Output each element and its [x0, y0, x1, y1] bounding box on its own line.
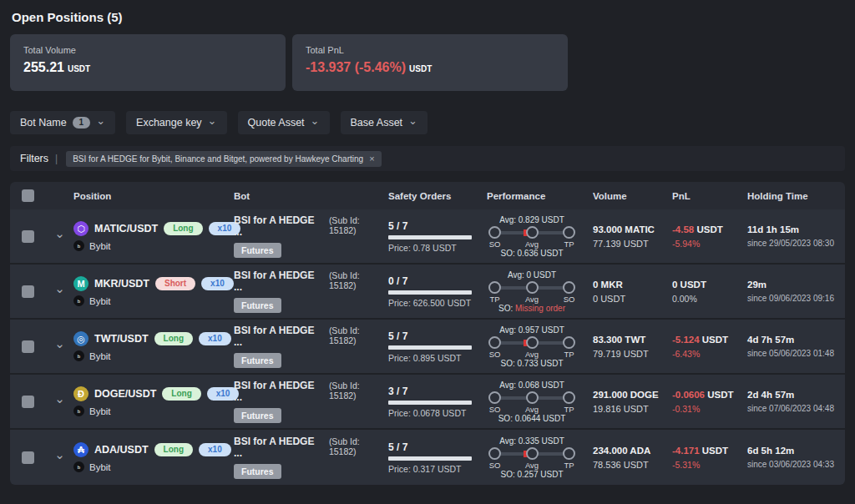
bot-cell: BSI for A HEDGE ... (Sub Id: 15182) Futu…: [234, 325, 388, 369]
select-all-checkbox[interactable]: [22, 189, 34, 202]
slider-left-label: SO: [489, 405, 501, 414]
total-volume-unit: USDT: [68, 64, 90, 73]
slider-stop-icon: [526, 336, 539, 349]
bot-name-filter-count: 1: [73, 117, 91, 129]
exchange-key-dropdown-label: Exchange key: [136, 117, 202, 129]
total-pnl-card: Total PnL -13.937 (-5.46%)USDT: [292, 34, 568, 91]
filters-label: Filters: [20, 153, 48, 164]
performance-cell: Avg: 0.957 USDT SO Avg TP SO: 0.733 USDT: [487, 325, 577, 368]
perf-bottom-value: 0.636 USDT: [517, 249, 563, 258]
volume-quote: 79.719 USDT: [593, 349, 672, 359]
table-row: ⌄ ⬡ MATIC/USDT Long x10 b Bybit BSI for …: [10, 209, 845, 265]
pnl-cell: -4.58 USDT -5.94%: [672, 224, 747, 249]
bot-name: BSI for A HEDGE ...: [234, 436, 324, 459]
exchange-key-dropdown[interactable]: Exchange key ⌄: [126, 111, 226, 134]
perf-bottom-value: 0.257 USDT: [517, 470, 563, 479]
volume-quote: 77.139 USDT: [593, 239, 672, 249]
close-icon[interactable]: ×: [369, 154, 374, 164]
slider-stop-icon: [526, 281, 539, 294]
performance-slider: SO Avg TP: [488, 226, 575, 248]
perf-avg-label: Avg: 0 USDT: [508, 270, 556, 280]
perf-bottom-prefix: SO:: [500, 470, 514, 479]
base-asset-dropdown[interactable]: Base Asset ⌄: [341, 111, 428, 134]
safety-orders-cell: 3 / 7 Price: 0.0678 USDT: [388, 386, 472, 418]
bybit-icon: b: [73, 461, 84, 472]
row-checkbox[interactable]: [22, 451, 34, 464]
safety-price: Price: 0.895 USDT: [388, 353, 472, 363]
safety-orders-count: 3 / 7: [388, 386, 472, 397]
coin-icon: ⬡: [73, 221, 89, 236]
direction-badge: Short: [155, 277, 195, 290]
expand-chevron-icon[interactable]: ⌄: [54, 226, 65, 241]
table-row: ⌄ Ð DOGE/USDT Long x10 b Bybit BSI for A…: [10, 375, 845, 430]
active-filters-bar: Filters | BSI for A HEDGE for Bybit, Bin…: [10, 146, 845, 171]
position-cell: M MKR/USDT Short x10 b Bybit: [73, 276, 234, 306]
column-header-volume: Volume: [593, 191, 672, 201]
holding-duration: 11d 1h 15m: [747, 224, 845, 234]
slider-stop-icon: [488, 447, 501, 460]
slider-left-label: SO: [489, 461, 501, 470]
expand-chevron-icon[interactable]: ⌄: [54, 336, 65, 351]
exchange-name: Bybit: [89, 351, 111, 361]
bot-name: BSI for A HEDGE ...: [234, 270, 324, 293]
volume-cell: 291.000 DOGE 19.816 USDT: [593, 390, 672, 414]
perf-avg-label: Avg: 0.068 USDT: [499, 381, 564, 390]
bot-name-dropdown[interactable]: Bot Name 1 ⌄: [10, 111, 115, 134]
safety-price: Price: 0.317 USDT: [388, 464, 472, 474]
expand-chevron-icon[interactable]: ⌄: [54, 281, 65, 296]
slider-mid-label: Avg: [525, 239, 539, 249]
position-cell: ₳ ADA/USDT Long x10 b Bybit: [73, 442, 234, 472]
expand-chevron-icon[interactable]: ⌄: [54, 447, 65, 462]
position-cell: ⬡ MATIC/USDT Long x10 b Bybit: [73, 221, 234, 251]
safety-price: Price: 0.78 USDT: [388, 243, 472, 253]
slider-mid-label: Avg: [525, 405, 539, 414]
holding-duration: 6d 5h 12m: [747, 446, 845, 456]
volume-base: 83.300 TWT: [593, 335, 672, 345]
perf-bottom-value: 0.0644 USDT: [515, 414, 566, 423]
table-body: ⌄ ⬡ MATIC/USDT Long x10 b Bybit BSI for …: [10, 209, 845, 485]
row-checkbox[interactable]: [22, 285, 34, 298]
expand-chevron-icon[interactable]: ⌄: [54, 391, 65, 406]
slider-left-label: TP: [489, 295, 499, 304]
direction-badge: Long: [164, 222, 202, 235]
row-checkbox[interactable]: [22, 230, 34, 243]
perf-avg-label: Avg: 0.957 USDT: [499, 325, 564, 335]
holding-since: since 07/06/2023 04:48: [747, 404, 845, 413]
slider-right-label: TP: [564, 239, 574, 249]
coin-icon: Ð: [73, 386, 89, 401]
performance-cell: Avg: 0.829 USDT SO Avg TP SO: 0.636 USDT: [487, 215, 577, 258]
table-header: Position Bot Safety Orders Performance V…: [10, 182, 845, 209]
bot-name-dropdown-label: Bot Name: [20, 117, 67, 129]
bot-name: BSI for A HEDGE ...: [234, 214, 324, 238]
slider-stop-icon: [488, 226, 501, 239]
slider-stop-icon: [488, 336, 501, 349]
pnl-unit: USDT: [707, 390, 733, 400]
row-checkbox[interactable]: [22, 396, 34, 408]
pair-label: MKR/USDT: [94, 278, 149, 290]
pnl-unit: USDT: [680, 280, 706, 290]
perf-bottom-prefix: SO:: [498, 304, 513, 313]
volume-base: 0 MKR: [593, 280, 672, 290]
coin-icon: ₳: [73, 442, 89, 457]
chevron-down-icon: ⌄: [96, 118, 105, 124]
perf-bottom-prefix: SO:: [500, 359, 514, 368]
safety-orders-cell: 5 / 7 Price: 0.317 USDT: [388, 441, 472, 474]
active-filter-chip-text: BSI for A HEDGE for Bybit, Binance and B…: [73, 154, 363, 164]
slider-mid-label: Avg: [525, 461, 539, 470]
volume-quote: 19.816 USDT: [593, 404, 672, 414]
table-row: ⌄ M MKR/USDT Short x10 b Bybit BSI for A…: [10, 265, 845, 320]
chevron-down-icon: ⌄: [208, 118, 217, 124]
quote-asset-dropdown[interactable]: Quote Asset ⌄: [238, 111, 330, 134]
pair-label: DOGE/USDT: [94, 388, 156, 400]
slider-mid-label: Avg: [525, 295, 539, 304]
slider-stop-icon: [526, 447, 539, 460]
performance-slider: SO Avg TP: [488, 447, 575, 469]
safety-orders-count: 0 / 7: [388, 275, 472, 287]
direction-badge: Long: [154, 443, 193, 456]
pnl-cell: -5.124 USDT -6.43%: [672, 335, 747, 359]
row-checkbox[interactable]: [22, 340, 34, 353]
bybit-icon: b: [73, 406, 84, 416]
column-header-safety-orders: Safety Orders: [388, 191, 487, 201]
holding-time-cell: 4d 7h 57m since 05/06/2023 01:48: [747, 335, 845, 358]
pnl-unit: USDT: [702, 446, 728, 456]
